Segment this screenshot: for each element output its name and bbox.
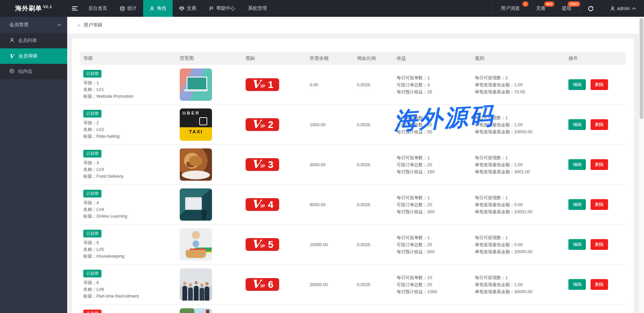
title-line: 标题：Housekeeping — [83, 253, 173, 260]
page-scrollbar[interactable] — [639, 17, 644, 313]
statistics-icon — [120, 6, 125, 11]
name-line: 名称：LV1 — [83, 86, 173, 93]
name-line: 名称：LV3 — [83, 166, 173, 173]
recharge-count-badge: 460 — [544, 1, 554, 7]
required-balance: 20000.00 — [306, 265, 353, 305]
nav-item-statistics[interactable]: 统计 — [114, 0, 143, 17]
refresh-icon — [588, 6, 594, 11]
withdraw-count-badge: 2889 — [568, 1, 580, 7]
sidebar: 会员管理 会员列表 V 会员等级 站内信 — [0, 17, 67, 313]
main-content: » 用户等级 等级 背景图 图标 所需余额 佣金比例 收益 规则 操作 — [67, 17, 639, 313]
commission-rate: 0.0025 — [353, 265, 393, 305]
sidebar-toggle-icon[interactable] — [67, 0, 82, 17]
commission-rate: 0.0025 — [353, 185, 393, 225]
level-line: 等级：2 — [83, 120, 173, 126]
level-line: 等级：3 — [83, 160, 173, 166]
background-image — [180, 308, 212, 313]
title-line: 标题：Online Learning — [83, 213, 173, 220]
delete-button[interactable]: 删除 — [591, 279, 608, 290]
required-balance: 10000.00 — [306, 225, 353, 265]
scrollbar-thumb[interactable] — [640, 18, 643, 119]
title-line: 标题：Website Promotion — [83, 93, 173, 100]
nav-item-user-messages[interactable]: 用户消息 0 — [492, 0, 528, 17]
status-badge: 已启用 — [83, 270, 101, 277]
user-icon — [149, 6, 155, 11]
nav-item-withdraw[interactable]: 提现 2889 — [554, 0, 579, 17]
chevron-up-icon — [632, 7, 636, 10]
table-row: 已启用 等级：4 名称：LV4 标题：Online Learning V IP … — [80, 185, 626, 225]
user-menu[interactable]: admin — [602, 0, 644, 17]
header-rules: 规则 — [472, 52, 565, 65]
edit-button[interactable]: 编辑 — [568, 119, 586, 130]
message-icon — [9, 69, 14, 75]
delete-button[interactable]: 删除 — [591, 79, 608, 90]
chevron-down-icon — [57, 22, 61, 28]
name-line: 名称：LV2 — [83, 126, 173, 133]
title-line: 标题：Ride-hailing — [83, 133, 173, 140]
sidebar-item-member-levels[interactable]: V 会员等级 — [0, 48, 67, 64]
commission-rate: 0.0025 — [353, 145, 393, 185]
name-line: 名称：LV5 — [83, 246, 173, 253]
vip-level-number: 2 — [268, 120, 273, 130]
vip-badge: V IP 4 — [246, 198, 279, 211]
nav-item-dashboard[interactable]: 后台首页 — [82, 0, 114, 17]
income-cell: 每日可提单数：1 可提订单总数：20 每日预计收益：50 — [393, 105, 472, 145]
status-badge: 已启用 — [83, 70, 101, 78]
table-row: 已启用 等级：5 名称：LV5 标题：Housekeeping V IP 5 1… — [80, 225, 626, 265]
delete-button[interactable]: 删除 — [591, 239, 608, 250]
edit-button[interactable]: 编辑 — [568, 159, 586, 170]
table-row: 已启用 等级：1 名称：LV1 标题：Website Promotion V I… — [80, 65, 626, 105]
edit-button[interactable]: 编辑 — [568, 79, 586, 90]
vip-badge: V IP 5 — [246, 238, 279, 251]
rules-cell: 每日可提现数：1 单笔提现最低金额：1.00 单笔提现最高金额：30000.00 — [472, 265, 565, 305]
app-title: 海外刷单 — [15, 4, 42, 13]
page-title: 用户等级 — [83, 22, 102, 28]
commission-rate: 0.0025 — [353, 105, 393, 145]
nav-item-help-center[interactable]: 帮助中心 — [203, 0, 242, 17]
header-actions: 操作 — [565, 52, 626, 65]
delete-button[interactable]: 删除 — [591, 159, 608, 170]
income-cell: 每日可提单数：1 可提订单总数：20 每日预计收益：300 — [393, 185, 472, 225]
edit-button[interactable]: 编辑 — [568, 279, 586, 290]
status-badge: 已启用 — [83, 150, 101, 158]
nav-item-recharge[interactable]: 充值 460 — [528, 0, 554, 17]
level-line: 等级：5 — [83, 239, 173, 246]
background-image — [180, 228, 212, 261]
name-line: 名称：LV4 — [83, 206, 173, 213]
table-row: 未启用 等级： 名称： 标题： V IP 每日可提单数： 可提订单总数： 每日预… — [80, 305, 626, 313]
required-balance: 6000.00 — [306, 185, 353, 225]
sidebar-group-member-management[interactable]: 会员管理 — [0, 17, 67, 33]
sidebar-item-member-list[interactable]: 会员列表 — [0, 33, 67, 48]
rules-cell: 每日可提现数：1 单笔提现最低金额：1.00 单笔提现最高金额：10000.00 — [472, 105, 565, 145]
scales-icon — [179, 6, 184, 11]
background-image — [180, 148, 212, 181]
rules-cell: 每日可提现数： 单笔提现最低金额： 单笔提现最高金额： — [472, 305, 565, 313]
nav-item-system[interactable]: 系统管理 — [242, 0, 273, 17]
header-icon: 图标 — [242, 52, 306, 65]
required-balance: 3000.00 — [306, 145, 353, 185]
level-line: 等级：4 — [83, 199, 173, 206]
background-image: UBER TAXI — [180, 108, 212, 141]
delete-button[interactable]: 删除 — [591, 119, 608, 130]
edit-button[interactable]: 编辑 — [568, 199, 586, 210]
delete-button[interactable]: 删除 — [591, 199, 608, 210]
background-image — [180, 188, 212, 221]
nav-item-transactions[interactable]: 交易 — [173, 0, 203, 17]
header-background: 背景图 — [176, 52, 243, 65]
edit-button[interactable]: 编辑 — [568, 239, 586, 250]
header-balance: 所需余额 — [306, 52, 353, 65]
header-income: 收益 — [393, 52, 472, 65]
income-cell: 每日可提单数：1 可提订单总数：3 每日预计收益：25 — [393, 65, 472, 105]
vip-badge: V IP 6 — [246, 278, 279, 291]
sidebar-item-site-mail[interactable]: 站内信 — [0, 64, 67, 79]
hamburger-icon — [72, 5, 78, 11]
header-commission: 佣金比例 — [353, 52, 393, 65]
vip-level-number: 6 — [268, 280, 273, 289]
level-line: 等级：6 — [83, 279, 173, 286]
background-image — [180, 268, 212, 301]
main-nav: 后台首页 统计 角色 交易 帮助中心 系统管理 — [67, 0, 273, 17]
breadcrumb-chevrons-icon: » — [77, 22, 80, 29]
refresh-button[interactable] — [579, 0, 602, 17]
commission-rate: 0.0025 — [353, 225, 393, 265]
nav-item-roles[interactable]: 角色 — [143, 0, 173, 17]
